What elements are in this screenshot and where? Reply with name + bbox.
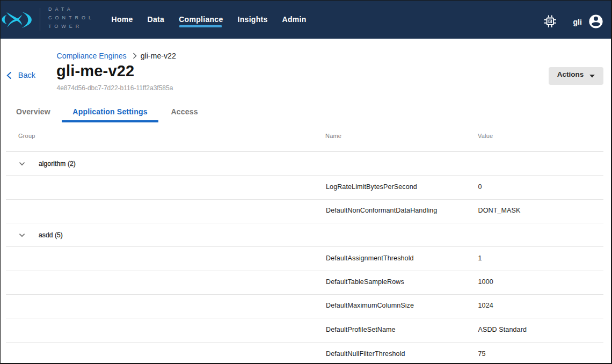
nav-item-compliance[interactable]: Compliance xyxy=(179,12,223,27)
setting-row: DefaultNullFilterThreshold 75 xyxy=(6,343,603,364)
settings-table: Group Name Value algorithm (2) LogRateLi… xyxy=(6,123,603,364)
breadcrumb: Compliance Engines gli-me-v22 xyxy=(57,52,176,60)
setting-row: DefaultProfileSetName ASDD Standard xyxy=(6,318,603,342)
account-avatar-icon[interactable] xyxy=(589,14,603,28)
chevron-left-icon xyxy=(6,72,11,79)
tab-access[interactable]: Access xyxy=(158,99,210,123)
nav-item-insights[interactable]: Insights xyxy=(238,12,268,27)
column-header-name: Name xyxy=(325,133,341,139)
brand-divider xyxy=(40,8,40,31)
tab-application-settings[interactable]: Application Settings xyxy=(62,99,158,123)
chevron-down-icon[interactable] xyxy=(19,161,25,167)
page-title: gli-me-v22 xyxy=(56,62,134,80)
nav-item-admin[interactable]: Admin xyxy=(282,12,307,27)
actions-button[interactable]: Actions xyxy=(549,67,603,85)
nav-item-home[interactable]: Home xyxy=(112,12,133,27)
delphix-logo-icon xyxy=(2,11,34,29)
column-header-value: Value xyxy=(478,133,493,139)
brand-text: DATA CONTROL TOWER xyxy=(48,5,94,31)
group-row-asdd[interactable]: asdd (5) xyxy=(6,223,603,247)
top-navigation-bar: DATA CONTROL TOWER Home Data Compliance … xyxy=(1,1,611,39)
dropdown-caret-icon xyxy=(589,75,595,78)
tab-overview[interactable]: Overview xyxy=(5,99,62,123)
username-label: gli xyxy=(573,18,582,26)
setting-row: DefaultMaximumColumnSize 1024 xyxy=(6,295,603,318)
setting-row: DefaultNonConformantDataHandling DONT_MA… xyxy=(6,200,603,223)
column-header-group: Group xyxy=(18,133,35,139)
setting-row: DefaultAssignmentThreshold 1 xyxy=(6,247,603,271)
chevron-down-icon[interactable] xyxy=(19,232,25,238)
group-row-algorithm[interactable]: algorithm (2) xyxy=(6,152,603,176)
table-header-row: Group Name Value xyxy=(6,123,603,152)
breadcrumb-current: gli-me-v22 xyxy=(141,52,176,60)
api-keys-chip-icon[interactable] xyxy=(544,15,557,28)
detail-tabs: Overview Application Settings Access xyxy=(5,99,210,123)
engine-uuid: 4e874d56-dbc7-7d22-b116-11ff2a3f585a xyxy=(57,84,173,92)
back-button[interactable]: Back xyxy=(6,71,35,79)
main-nav: Home Data Compliance Insights Admin xyxy=(112,1,321,39)
setting-row: DefaultTableSampleRows 1000 xyxy=(6,271,603,295)
breadcrumb-separator-icon xyxy=(133,53,137,59)
app-window: DATA CONTROL TOWER Home Data Compliance … xyxy=(0,0,612,364)
setting-row: LogRateLimitBytesPerSecond 0 xyxy=(6,176,603,199)
breadcrumb-link-compliance-engines[interactable]: Compliance Engines xyxy=(57,52,127,60)
nav-item-data[interactable]: Data xyxy=(148,12,165,27)
